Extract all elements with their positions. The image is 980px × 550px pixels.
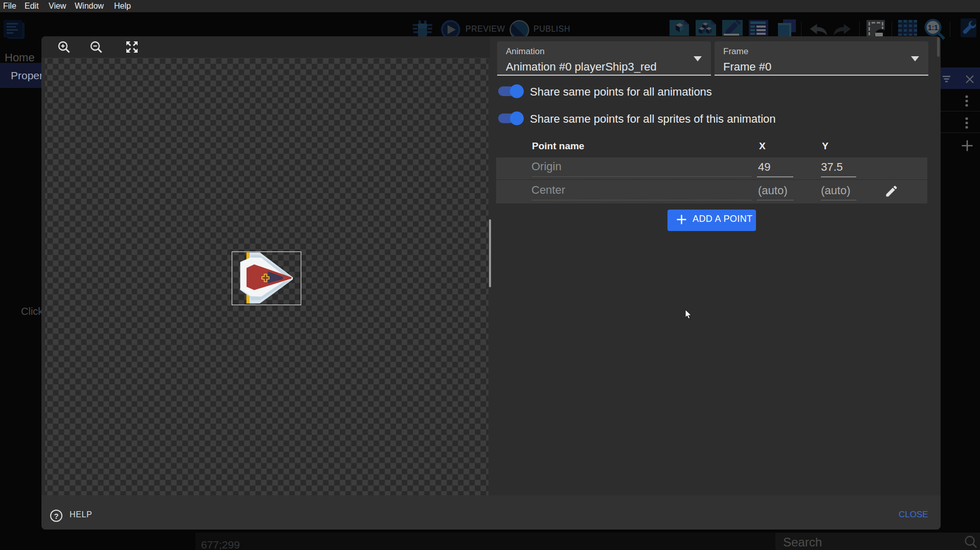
svg-text:1:1: 1:1 bbox=[928, 24, 938, 32]
svg-text:?: ? bbox=[54, 512, 58, 520]
